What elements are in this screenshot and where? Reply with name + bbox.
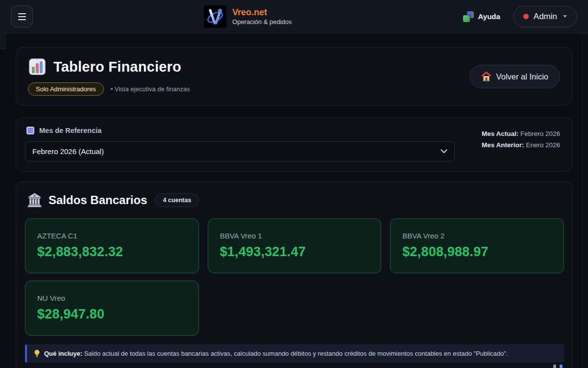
home-icon: [481, 72, 491, 81]
calendar-icon: [26, 126, 35, 135]
account-name: BBVA Vreo 1: [220, 232, 369, 240]
floating-widget-edge: [553, 365, 563, 368]
navbar-center: Vreo.net Operación & pedidos: [33, 5, 463, 28]
account-balance: $2,883,832.32: [37, 244, 187, 260]
account-card: NU Vreo $28,947.80: [25, 281, 199, 336]
navbar-right: Ayuda Admin: [463, 6, 577, 27]
menu-button[interactable]: [11, 5, 33, 27]
account-balance: $1,493,321.47: [220, 244, 369, 260]
help-icon: [463, 11, 474, 22]
navbar-edge-sliver: [0, 33, 6, 49]
bank-balances-card: Saldos Bancarios 4 cuentas AZTECA C1 $2,…: [16, 181, 572, 368]
admin-label: Admin: [534, 12, 557, 22]
page-title: Tablero Financiero: [53, 59, 181, 75]
month-select-group: Mes de Referencia Febrero 2026 (Actual): [25, 126, 455, 161]
top-navbar: Vreo.net Operación & pedidos Ayuda Admin: [0, 0, 588, 33]
brand-text: Vreo.net Operación & pedidos: [232, 7, 292, 26]
brand[interactable]: Vreo.net Operación & pedidos: [204, 5, 292, 28]
month-reference-label: Mes de Referencia: [39, 127, 101, 134]
page-header-left: Tablero Financiero Solo Administradores …: [28, 57, 190, 96]
status-dot-icon: [523, 14, 529, 19]
accounts-count-badge: 4 cuentas: [155, 193, 199, 207]
account-balance: $2,808,988.97: [402, 244, 552, 260]
chevron-down-icon: [441, 149, 447, 154]
month-info: Mes Actual: Febrero 2026 Mes Anterior: E…: [465, 126, 560, 161]
page-header-card: Tablero Financiero Solo Administradores …: [16, 47, 572, 105]
account-name: BBVA Vreo 2: [402, 232, 552, 240]
bar-chart-icon: [28, 57, 47, 76]
current-month-line: Mes Actual: Febrero 2026: [465, 128, 560, 139]
chevron-down-icon: [563, 15, 567, 18]
account-card: BBVA Vreo 2 $2,808,988.97: [390, 218, 564, 273]
main-content: Tablero Financiero Solo Administradores …: [0, 33, 588, 368]
account-card: AZTECA C1 $2,883,832.32: [25, 218, 199, 273]
hamburger-icon: [18, 13, 26, 14]
brand-tagline: Operación & pedidos: [232, 18, 292, 26]
admin-menu-button[interactable]: Admin: [513, 6, 577, 27]
month-reference-card: Mes de Referencia Febrero 2026 (Actual) …: [16, 117, 572, 172]
page-subtitle: • Vista ejecutiva de finanzas: [111, 85, 190, 93]
account-name: NU Vreo: [37, 294, 187, 302]
previous-month-line: Mes Anterior: Enero 2026: [465, 139, 560, 151]
back-home-label: Volver al Inicio: [496, 72, 548, 81]
lightbulb-icon: [34, 349, 40, 358]
bank-icon: [27, 192, 42, 208]
account-name: AZTECA C1: [37, 232, 187, 240]
balances-title: Saldos Bancarios: [49, 193, 147, 207]
vreo-logo-icon: [204, 5, 226, 28]
account-balance: $28,947.80: [37, 307, 187, 322]
back-home-button[interactable]: Volver al Inicio: [469, 65, 560, 88]
account-card: BBVA Vreo 1 $1,493,321.47: [208, 218, 382, 273]
help-label: Ayuda: [478, 12, 500, 21]
note-text: Qué incluye: Saldo actual de todas las c…: [44, 350, 508, 357]
accounts-grid: AZTECA C1 $2,883,832.32 BBVA Vreo 1 $1,4…: [25, 218, 564, 336]
info-note: Qué incluye: Saldo actual de todas las c…: [25, 344, 564, 363]
admins-only-badge: Solo Administradores: [28, 82, 104, 96]
brand-name: Vreo.net: [232, 7, 292, 18]
month-select-value: Febrero 2026 (Actual): [32, 147, 104, 156]
help-link[interactable]: Ayuda: [463, 11, 500, 22]
scrollbar[interactable]: [582, 33, 588, 368]
month-select[interactable]: Febrero 2026 (Actual): [25, 141, 455, 161]
